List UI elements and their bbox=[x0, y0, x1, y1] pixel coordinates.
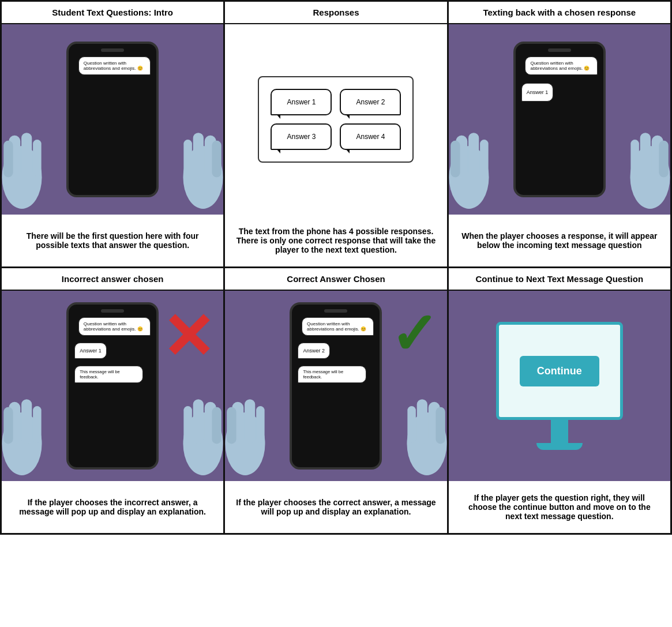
answer-bubble-cor: Answer 2 bbox=[298, 343, 330, 359]
cell-incorrect-header: Incorrect answer chosen bbox=[2, 268, 223, 291]
response-2: Answer 2 bbox=[340, 89, 401, 115]
cell-texting-back-image: Question written with abbreviations and … bbox=[449, 24, 670, 215]
check-mark-icon: ✓ bbox=[390, 305, 438, 363]
answer-bubble-inc: Answer 1 bbox=[74, 343, 107, 359]
monitor-base bbox=[551, 420, 568, 443]
cell-responses-image: Answer 1 Answer 2 Answer 3 Answer 4 bbox=[225, 24, 446, 215]
hand-left-icon bbox=[2, 93, 48, 209]
monitor-frame: Continue bbox=[496, 322, 623, 420]
phone-screen-cor: Question written with abbreviations and … bbox=[298, 315, 374, 461]
feedback-bubble-cor: This message will be feedback. bbox=[298, 366, 366, 383]
cell-correct-image: Question written with abbreviations and … bbox=[225, 291, 446, 481]
cell-incorrect: Incorrect answer chosen Question written… bbox=[2, 268, 225, 535]
svg-rect-33 bbox=[245, 399, 255, 444]
monitor-wrap: Continue bbox=[496, 322, 623, 450]
phone-screen-intro: Question written with abbreviations and … bbox=[74, 54, 151, 189]
svg-rect-37 bbox=[436, 407, 445, 444]
phone-notch-inc bbox=[101, 309, 124, 313]
phone-screen-inc: Question written with abbreviations and … bbox=[74, 315, 151, 461]
svg-rect-18 bbox=[640, 133, 651, 177]
cell-intro-image: Question written with abbreviations and … bbox=[2, 24, 223, 215]
question-bubble-tb: Question written with abbreviations and … bbox=[525, 57, 597, 75]
svg-rect-14 bbox=[480, 140, 489, 177]
cell-continue-desc: If the player gets the question right, t… bbox=[449, 481, 670, 533]
phone-notch-tb bbox=[548, 48, 571, 52]
phone-notch-cor bbox=[324, 309, 347, 313]
svg-rect-12 bbox=[450, 141, 460, 178]
hand-right-icon-cor bbox=[401, 360, 447, 475]
response-3: Answer 3 bbox=[271, 123, 332, 150]
cell-continue-header: Continue to Next Text Message Question bbox=[449, 268, 670, 291]
svg-rect-13 bbox=[468, 133, 479, 177]
phone-screen-tb: Question written with abbreviations and … bbox=[521, 54, 598, 189]
svg-rect-8 bbox=[193, 133, 204, 177]
continue-button[interactable]: Continue bbox=[520, 356, 599, 386]
cell-texting-back-desc: When the player chooses a response, it w… bbox=[449, 215, 670, 266]
svg-rect-23 bbox=[21, 399, 32, 444]
cell-correct: Correct Answer Chosen Question written w… bbox=[225, 268, 448, 535]
cell-intro-desc: There will be the first question here wi… bbox=[2, 215, 223, 266]
response-1: Answer 1 bbox=[271, 89, 332, 115]
storyboard-grid: Student Text Questions: Intro Question w… bbox=[0, 0, 672, 535]
svg-rect-28 bbox=[193, 399, 204, 444]
hand-left-icon-inc bbox=[2, 360, 48, 475]
cell-responses-header: Responses bbox=[225, 2, 446, 24]
monitor-stand bbox=[536, 443, 583, 450]
cell-intro-header: Student Text Questions: Intro bbox=[2, 2, 223, 24]
cell-correct-desc: If the player chooses the correct answer… bbox=[225, 481, 446, 533]
cell-texting-back-header: Texting back with a chosen response bbox=[449, 2, 670, 24]
answer-bubble-tb: Answer 1 bbox=[521, 83, 554, 102]
hand-right-icon-tb bbox=[624, 93, 670, 209]
svg-rect-38 bbox=[416, 399, 427, 444]
svg-rect-22 bbox=[3, 407, 13, 444]
svg-rect-27 bbox=[212, 407, 222, 444]
svg-rect-19 bbox=[630, 140, 639, 177]
svg-rect-9 bbox=[184, 140, 193, 177]
phone-incorrect: Question written with abbreviations and … bbox=[66, 302, 159, 470]
cell-continue-image: Continue bbox=[449, 291, 670, 481]
responses-panel: Answer 1 Answer 2 Answer 3 Answer 4 bbox=[258, 76, 414, 163]
question-bubble-cor: Question written with abbreviations and … bbox=[302, 317, 374, 336]
svg-rect-3 bbox=[21, 133, 32, 177]
x-mark-icon: ✕ bbox=[162, 305, 215, 369]
svg-rect-4 bbox=[33, 140, 42, 177]
phone-texting-back: Question written with abbreviations and … bbox=[513, 42, 606, 197]
svg-rect-7 bbox=[212, 141, 222, 178]
question-bubble-intro: Question written with abbreviations and … bbox=[78, 57, 151, 75]
cell-texting-back: Texting back with a chosen response Ques… bbox=[449, 2, 672, 268]
phone-intro: Question written with abbreviations and … bbox=[66, 42, 159, 197]
svg-rect-17 bbox=[659, 141, 668, 178]
cell-intro: Student Text Questions: Intro Question w… bbox=[2, 2, 225, 268]
cell-responses: Responses Answer 1 Answer 2 Answer 3 Ans… bbox=[225, 2, 448, 268]
phone-notch bbox=[101, 48, 124, 52]
cell-incorrect-desc: If the player chooses the incorrect answ… bbox=[2, 481, 223, 533]
svg-rect-34 bbox=[256, 406, 265, 443]
cell-correct-header: Correct Answer Chosen bbox=[225, 268, 446, 291]
hand-left-icon-cor bbox=[225, 360, 271, 475]
hand-right-icon-inc bbox=[177, 360, 223, 475]
hand-left-icon-tb bbox=[449, 93, 495, 209]
svg-rect-29 bbox=[184, 406, 193, 443]
question-bubble-inc: Question written with abbreviations and … bbox=[78, 317, 151, 336]
cell-continue: Continue to Next Text Message Question C… bbox=[449, 268, 672, 535]
svg-rect-24 bbox=[33, 406, 42, 443]
svg-rect-32 bbox=[227, 407, 236, 444]
feedback-bubble-inc: This message will be feedback. bbox=[74, 366, 143, 383]
phone-correct: Question written with abbreviations and … bbox=[290, 302, 382, 470]
hand-right-icon bbox=[177, 93, 223, 209]
cell-responses-desc: The text from the phone has 4 possible r… bbox=[225, 215, 446, 266]
svg-rect-2 bbox=[3, 141, 13, 178]
response-4: Answer 4 bbox=[340, 123, 401, 150]
cell-incorrect-image: Question written with abbreviations and … bbox=[2, 291, 223, 481]
svg-rect-39 bbox=[407, 406, 416, 443]
